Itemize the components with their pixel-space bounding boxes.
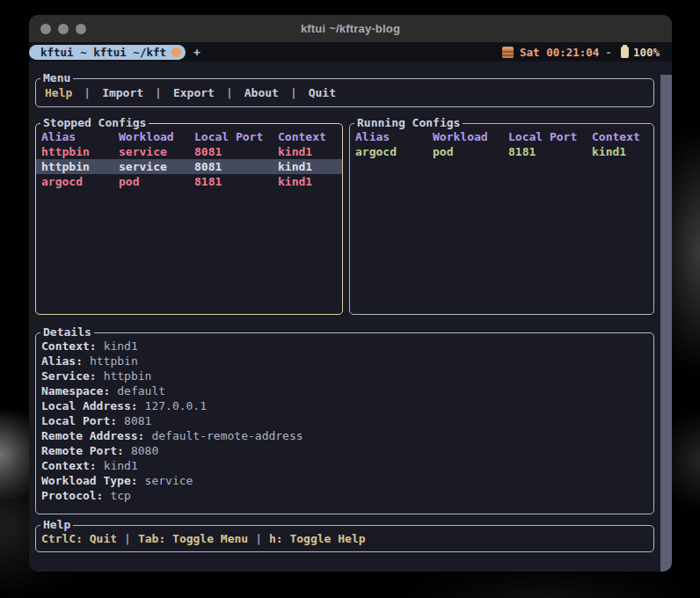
status-clock: Sat 00:21:04 [520, 46, 599, 59]
tmux-status-bar: kftui ~ kftui ~/kft + Sat 00:21:04 - 100… [29, 42, 672, 62]
terminal-content: Menu Help | Import | Export | About | Qu… [29, 62, 672, 572]
detail-value: 8080 [131, 444, 158, 457]
menu-item[interactable]: About [244, 86, 279, 99]
detail-field: Workload Type:service [41, 473, 653, 488]
detail-label: Protocol: [41, 489, 103, 502]
menu-item[interactable]: Quit [309, 86, 336, 99]
detail-value: kind1 [104, 339, 138, 353]
cell-context: kind1 [278, 144, 342, 159]
tab-label: kftui ~ kftui ~/kft [40, 46, 166, 59]
details-panel: Details Context:kind1 Alias:httpbin Serv… [35, 332, 654, 514]
detail-field: Remote Port:8080 [41, 443, 653, 458]
cell-context: kind1 [592, 144, 653, 159]
detail-field: Local Address:127.0.0.1 [41, 398, 653, 413]
table-row[interactable]: argocd pod 8181 kind1 [350, 144, 653, 159]
running-configs-title: Running Configs [354, 115, 463, 131]
separator: | [124, 532, 131, 545]
detail-value: tcp [110, 489, 130, 502]
separator: | [84, 86, 91, 99]
detail-label: Local Address: [41, 399, 138, 412]
cell-alias: argocd [355, 144, 433, 159]
window-titlebar[interactable]: kftui ~/kftray-blog [29, 15, 672, 42]
tmux-session-tab[interactable]: kftui ~ kftui ~/kft [29, 45, 186, 60]
cell-context: kind1 [278, 174, 342, 189]
status-right: Sat 00:21:04 - 100% [502, 46, 672, 59]
detail-label: Workload Type: [41, 474, 138, 487]
separator: | [255, 532, 262, 545]
detail-value: httpbin [104, 369, 152, 383]
configs-row: Stopped Configs Alias Workload Local Por… [35, 123, 660, 315]
detail-value: kind1 [104, 459, 138, 472]
cell-workload: service [119, 144, 194, 159]
table-row[interactable]: httpbin service 8081 kind1 [36, 144, 342, 159]
battery-percentage: 100% [633, 46, 660, 59]
detail-value: default [117, 384, 165, 397]
help-shortcut: CtrlC: Quit [41, 532, 117, 545]
cell-context: kind1 [278, 159, 342, 174]
column-alias: Alias [355, 129, 433, 144]
column-context: Context [278, 129, 342, 144]
cell-workload: pod [433, 144, 508, 159]
menu-item[interactable]: Import [102, 86, 143, 99]
column-alias: Alias [41, 129, 119, 144]
detail-label: Alias: [41, 354, 83, 368]
detail-field: Protocol:tcp [41, 488, 653, 503]
cell-local-port: 8181 [508, 144, 592, 159]
cell-workload: pod [119, 174, 194, 189]
stopped-configs-table: Alias Workload Local Port Context httpbi… [36, 124, 342, 189]
stopped-configs-panel: Stopped Configs Alias Workload Local Por… [35, 123, 343, 315]
detail-field: Alias:httpbin [41, 354, 653, 368]
menu-item[interactable]: Export [173, 86, 215, 99]
detail-field: Context:kind1 [41, 339, 653, 354]
status-separator: - [605, 46, 612, 59]
detail-label: Remote Port: [41, 444, 124, 457]
detail-label: Context: [41, 339, 97, 353]
detail-value: httpbin [90, 354, 138, 368]
column-local-port: Local Port [508, 129, 592, 144]
detail-value: service [145, 474, 193, 487]
detail-value: default-remote-address [151, 429, 303, 442]
running-rows: argocd pod 8181 kind1 [350, 144, 653, 159]
running-configs-panel: Running Configs Alias Workload Local Por… [349, 123, 654, 315]
stopped-rows: httpbin service 8081 kind1 httpbin servi… [36, 144, 342, 189]
terminal-window: kftui ~/kftray-blog kftui ~ kftui ~/kft … [29, 15, 672, 572]
menu-panel-title: Menu [40, 70, 73, 86]
table-row[interactable]: httpbin service 8081 kind1 [36, 159, 342, 174]
separator: | [226, 86, 233, 99]
detail-value: 8081 [124, 414, 151, 427]
detail-field: Service:httpbin [41, 368, 653, 383]
detail-value: 127.0.0.1 [145, 399, 207, 412]
separator: | [155, 86, 162, 99]
separator: | [290, 86, 297, 99]
cell-workload: service [119, 159, 194, 174]
help-panel: Help CtrlC: Quit | Tab: Toggle Menu | h:… [35, 525, 654, 552]
table-header: Alias Workload Local Port Context [36, 129, 342, 144]
details-list: Context:kind1 Alias:httpbin Service:http… [36, 333, 653, 503]
menu-bar: Help | Import | Export | About | Quit [36, 79, 653, 106]
cell-alias: httpbin [41, 159, 119, 174]
help-shortcut: Tab: Toggle Menu [138, 532, 248, 545]
help-shortcut: h: Toggle Help [269, 532, 366, 545]
detail-field: Context:kind1 [41, 458, 653, 473]
calendar-icon [502, 47, 514, 58]
detail-label: Local Port: [41, 414, 117, 427]
column-workload: Workload [433, 129, 508, 144]
new-tab-button[interactable]: + [193, 47, 201, 58]
details-panel-title: Details [40, 325, 94, 340]
cell-local-port: 8081 [194, 144, 278, 159]
terminal-scrollbar[interactable] [660, 75, 672, 572]
detail-field: Namespace:default [41, 383, 653, 398]
detail-field: Remote Address:default-remote-address [41, 428, 653, 443]
column-context: Context [592, 129, 653, 144]
cell-local-port: 8081 [194, 159, 278, 174]
menu-item[interactable]: Help [45, 86, 72, 99]
cell-alias: argocd [41, 174, 119, 189]
battery-icon [621, 47, 629, 58]
help-shortcuts: CtrlC: Quit | Tab: Toggle Menu | h: Togg… [36, 526, 653, 551]
cell-local-port: 8181 [194, 174, 278, 189]
stopped-configs-title: Stopped Configs [40, 115, 149, 131]
table-row[interactable]: argocd pod 8181 kind1 [36, 174, 342, 189]
detail-label: Context: [41, 459, 97, 472]
session-indicator-dot [171, 47, 181, 57]
column-local-port: Local Port [194, 129, 278, 144]
